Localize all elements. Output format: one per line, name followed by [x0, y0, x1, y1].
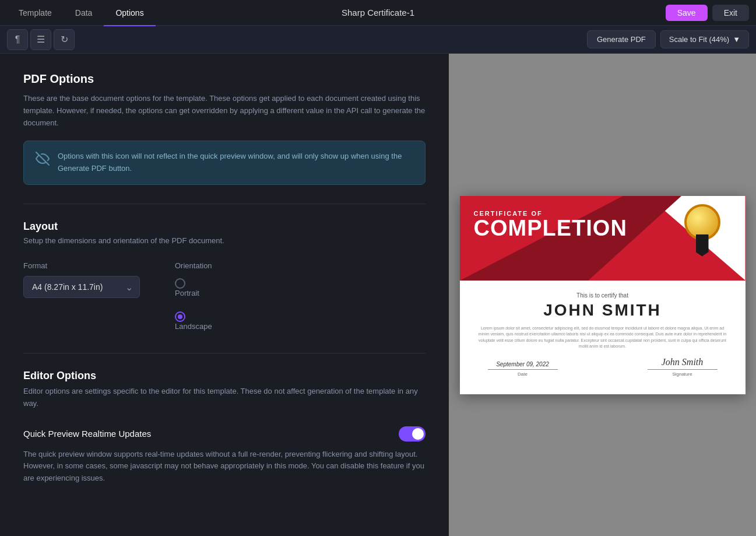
toolbar-btn-lines[interactable]: ☰	[30, 29, 51, 50]
editor-options-desc: Editor options are settings specific to …	[23, 386, 426, 410]
paragraph-icon: ¶	[15, 34, 20, 45]
landscape-option[interactable]: Landscape	[175, 311, 212, 331]
refresh-icon: ↻	[61, 34, 68, 45]
toolbar-btn-p[interactable]: ¶	[7, 29, 28, 50]
scale-button[interactable]: Scale to Fit (44%) ▼	[660, 30, 749, 48]
lines-icon: ☰	[37, 34, 45, 45]
cert-lorem: Lorem ipsum dolor sit amet, consectetur …	[476, 325, 729, 350]
tab-data[interactable]: Data	[64, 1, 104, 26]
eye-slash-icon	[36, 152, 50, 169]
generate-pdf-button[interactable]: Generate PDF	[587, 30, 656, 48]
cert-certify-text: This is to certify that	[576, 292, 628, 299]
divider-2	[23, 353, 426, 353]
portrait-radio[interactable]	[175, 278, 185, 289]
portrait-option[interactable]: Portrait	[175, 278, 212, 297]
certificate-preview: CERTIFICATE OF COMPLETION This is to cer…	[460, 196, 746, 394]
chevron-down-icon: ▼	[733, 35, 740, 44]
cert-medal	[681, 204, 723, 257]
layout-desc: Setup the dimensions and orientation of …	[23, 236, 426, 245]
cert-date-value: September 09, 2022	[496, 361, 549, 367]
orientation-group: Orientation Portrait Landscape	[175, 261, 212, 337]
format-label: Format	[23, 261, 140, 270]
cert-date-label: Date	[518, 372, 528, 377]
quick-preview-desc: The quick preview window supports real-t…	[23, 449, 426, 485]
radio-group: Portrait Landscape	[175, 276, 212, 337]
right-panel: CERTIFICATE OF COMPLETION This is to cer…	[449, 54, 756, 536]
quick-preview-toggle[interactable]	[399, 426, 426, 442]
cert-body: This is to certify that JOHN SMITH Lorem…	[460, 286, 746, 394]
orientation-label: Orientation	[175, 261, 212, 270]
main-layout: PDF Options These are the base document …	[0, 54, 756, 536]
cert-date-field: September 09, 2022 Date	[488, 361, 558, 377]
toolbar: ¶ ☰ ↻ Generate PDF Scale to Fit (44%) ▼	[0, 26, 756, 54]
cert-footer-row: September 09, 2022 Date John Smith Signa…	[476, 357, 729, 377]
format-orientation-row: Format A4 (8.27in x 11.7in)Letter (8.5in…	[23, 261, 426, 337]
nav-actions: Save Exit	[666, 5, 749, 21]
tab-template[interactable]: Template	[7, 1, 64, 26]
info-box-text: Options with this icon will not reflect …	[58, 150, 413, 175]
cert-signature-value: John Smith	[662, 357, 704, 367]
editor-options-title: Editor Options	[23, 370, 426, 382]
quick-preview-label: Quick Preview Realtime Updates	[23, 429, 151, 439]
quick-preview-row: Quick Preview Realtime Updates	[23, 426, 426, 442]
cert-name: JOHN SMITH	[543, 301, 662, 320]
exit-button[interactable]: Exit	[712, 5, 749, 21]
cert-signature-field: John Smith Signature	[648, 357, 718, 377]
cert-header-text: CERTIFICATE OF COMPLETION	[474, 210, 627, 239]
medal-ribbon	[696, 234, 709, 257]
divider-1	[23, 204, 426, 204]
layout-title: Layout	[23, 220, 426, 233]
info-box: Options with this icon will not reflect …	[23, 141, 426, 185]
save-button[interactable]: Save	[666, 5, 708, 21]
format-group: Format A4 (8.27in x 11.7in)Letter (8.5in…	[23, 261, 140, 298]
toolbar-btn-refresh[interactable]: ↻	[54, 29, 75, 50]
cert-signature-line	[648, 369, 718, 370]
pdf-options-desc: These are the base document options for …	[23, 93, 426, 129]
format-select-wrapper: A4 (8.27in x 11.7in)Letter (8.5in x 11in…	[23, 276, 140, 298]
left-panel: PDF Options These are the base document …	[0, 54, 449, 536]
document-title: Sharp Certificate-1	[342, 8, 414, 17]
toolbar-right: Generate PDF Scale to Fit (44%) ▼	[587, 30, 749, 48]
cert-date-line	[488, 369, 558, 370]
nav-tabs: Template Data Options	[7, 0, 156, 26]
cert-completion-label: COMPLETION	[474, 217, 627, 239]
cert-signature-label: Signature	[672, 372, 692, 377]
top-nav: Template Data Options Sharp Certificate-…	[0, 0, 756, 26]
pdf-options-title: PDF Options	[23, 72, 426, 86]
format-select[interactable]: A4 (8.27in x 11.7in)Letter (8.5in x 11in…	[23, 276, 140, 298]
landscape-radio[interactable]	[175, 311, 185, 322]
tab-options[interactable]: Options	[104, 1, 155, 26]
